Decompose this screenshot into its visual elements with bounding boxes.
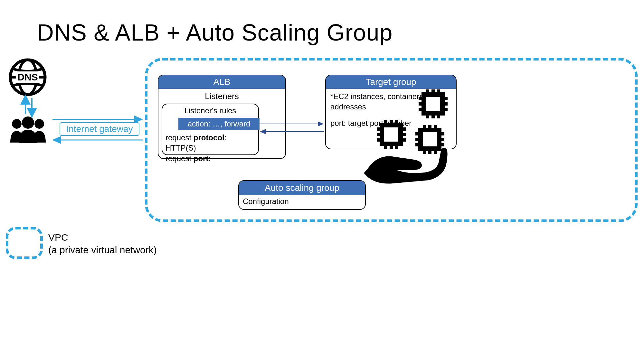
listener-detail: request protocol: HTTP(S) request port: xyxy=(166,133,258,164)
port-label: request xyxy=(166,154,194,163)
svg-rect-40 xyxy=(424,95,442,113)
vpc-legend-line2: (a private virtual network) xyxy=(48,245,157,255)
svg-rect-27 xyxy=(421,130,439,149)
protocol-bold: protocol xyxy=(194,133,224,142)
users-to-vpc-arrow xyxy=(52,116,143,122)
svg-point-7 xyxy=(22,116,34,129)
asg-body: Configuration xyxy=(239,195,365,208)
alb-listeners-label: Listeners xyxy=(158,91,285,101)
dns-users-arrows xyxy=(21,97,37,116)
tg-to-alb-arrow xyxy=(260,129,324,134)
vpc-legend-box xyxy=(6,227,43,259)
dns-globe-icon: DNS xyxy=(8,58,47,97)
users-icon xyxy=(7,114,49,143)
target-group-header: Target group xyxy=(326,75,456,89)
alb-header: ALB xyxy=(158,75,285,89)
vpc-to-users-arrow xyxy=(52,137,143,143)
svg-text:DNS: DNS xyxy=(17,72,38,82)
svg-rect-14 xyxy=(382,125,401,144)
svg-point-5 xyxy=(12,119,22,129)
svg-point-6 xyxy=(34,119,44,129)
listener-rules-title: Listener's rules xyxy=(162,106,258,115)
hand-serving-chips-icon xyxy=(357,89,457,186)
listener-rules-box: Listener's rules action: …, forward requ… xyxy=(162,104,259,155)
internet-gateway-label: Internet gateway xyxy=(60,122,139,136)
alb-to-tg-arrow xyxy=(260,122,324,126)
port-bold: port: xyxy=(194,154,211,163)
asg-header: Auto scaling group xyxy=(239,181,365,195)
listener-action: action: …, forward xyxy=(178,118,260,130)
protocol-label: request xyxy=(166,133,194,142)
page-title: DNS & ALB + Auto Scaling Group xyxy=(37,19,393,46)
vpc-legend-line1: VPC xyxy=(48,232,68,243)
vpc-legend-text: VPC (a private virtual network) xyxy=(48,231,157,256)
auto-scaling-group-box: Auto scaling group Configuration xyxy=(238,180,366,210)
alb-box: ALB Listeners Listener's rules action: …… xyxy=(158,75,286,159)
